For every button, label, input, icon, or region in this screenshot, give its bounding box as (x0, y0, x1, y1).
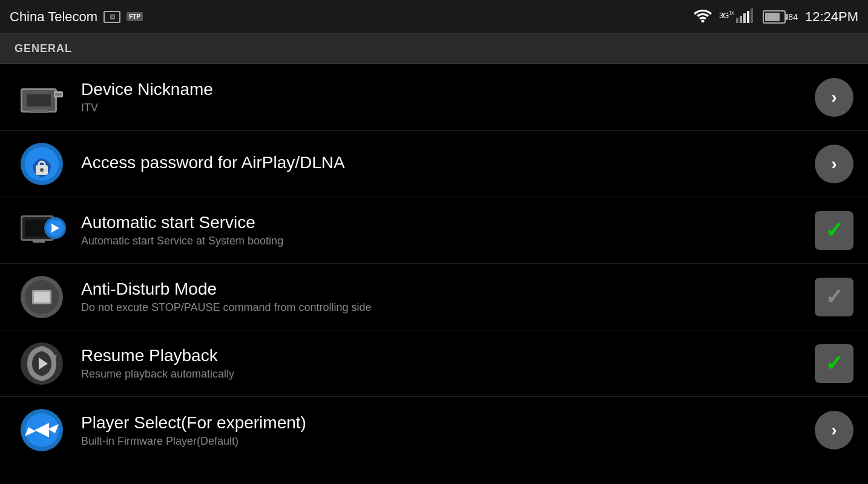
svg-rect-11 (30, 110, 48, 113)
svg-point-18 (40, 168, 44, 172)
svg-point-0 (702, 20, 705, 23)
svg-text:3G: 3G (719, 11, 729, 20)
status-left: China Telecom 🖼 FTP (10, 9, 143, 25)
battery-fill (765, 13, 780, 21)
anti-disturb-checkbox[interactable]: ✓ (815, 278, 853, 316)
battery-indicator: 84 (763, 10, 798, 24)
anti-disturb-text: Anti-Disturb Mode Do not excute STOP/PAU… (81, 280, 815, 314)
auto-start-title: Automatic start Service (81, 213, 815, 232)
svg-rect-5 (743, 13, 746, 23)
svg-rect-3 (736, 18, 738, 23)
checkmark-checked-icon: ✓ (825, 218, 843, 243)
device-nickname-text: Device Nickname ITV (81, 80, 815, 114)
svg-rect-6 (747, 11, 749, 23)
anti-disturb-subtitle: Do not excute STOP/PAUSE command from co… (81, 301, 815, 314)
chevron-right-icon: › (831, 88, 837, 107)
device-nickname-icon (15, 70, 69, 125)
status-right: 3G 1x 84 12:24PM (694, 8, 858, 25)
device-nickname-value: ITV (81, 102, 815, 114)
anti-disturb-icon (15, 270, 69, 324)
settings-list: Device Nickname ITV › Access password fo… (0, 64, 868, 463)
player-select-subtitle: Built-in Firmware Player(Default) (81, 435, 815, 448)
section-label: GENERAL (15, 42, 72, 54)
battery-percent: 84 (788, 12, 798, 22)
auto-start-icon (15, 203, 69, 258)
resume-playback-subtitle: Resume playback automatically (81, 368, 815, 381)
device-nickname-title: Device Nickname (81, 80, 815, 99)
resume-playback-text: Resume Playback Resume playback automati… (81, 346, 815, 381)
player-select-title: Player Select(For experiment) (81, 413, 815, 433)
airplay-password-text: Access password for AirPlay/DLNA (81, 153, 815, 175)
airplay-password-chevron[interactable]: › (815, 145, 853, 183)
player-select-icon (15, 403, 69, 457)
list-item[interactable]: Device Nickname ITV › (0, 64, 868, 131)
signal-3g-icon: 3G 1x (719, 8, 755, 25)
player-select-text: Player Select(For experiment) Built-in F… (81, 413, 815, 448)
airplay-password-title: Access password for AirPlay/DLNA (81, 153, 815, 172)
battery-box (763, 10, 786, 24)
list-item[interactable]: Anti-Disturb Mode Do not excute STOP/PAU… (0, 264, 868, 330)
section-header: GENERAL (0, 34, 868, 64)
list-item[interactable]: Automatic start Service Automatic start … (0, 197, 868, 264)
svg-rect-10 (27, 94, 51, 106)
svg-rect-28 (34, 292, 50, 302)
auto-start-text: Automatic start Service Automatic start … (81, 213, 815, 247)
player-select-chevron[interactable]: › (815, 411, 853, 450)
list-item[interactable]: Player Select(For experiment) Built-in F… (0, 397, 868, 463)
ftp-icon: FTP (127, 12, 143, 21)
list-item[interactable]: Access password for AirPlay/DLNA › (0, 131, 868, 197)
status-bar: China Telecom 🖼 FTP 3G 1x (0, 0, 868, 34)
wifi-icon (694, 8, 712, 25)
svg-rect-13 (55, 93, 62, 96)
carrier-name: China Telecom (10, 9, 97, 25)
resume-playback-title: Resume Playback (81, 346, 815, 365)
gallery-icon: 🖼 (104, 11, 120, 23)
chevron-right-icon: › (831, 154, 837, 174)
chevron-right-icon: › (831, 420, 837, 440)
auto-start-checkbox[interactable]: ✓ (815, 211, 853, 250)
svg-text:1x: 1x (729, 10, 734, 16)
resume-playback-icon (15, 336, 69, 391)
clock: 12:24PM (805, 9, 858, 25)
svg-rect-4 (740, 16, 742, 23)
anti-disturb-title: Anti-Disturb Mode (81, 280, 815, 299)
svg-rect-7 (751, 8, 753, 23)
resume-playback-checkbox[interactable]: ✓ (815, 344, 853, 383)
auto-start-subtitle: Automatic start Service at System bootin… (81, 235, 815, 247)
checkmark-unchecked-icon: ✓ (825, 284, 843, 310)
device-nickname-chevron[interactable]: › (815, 78, 853, 117)
svg-rect-22 (33, 240, 45, 243)
list-item[interactable]: Resume Playback Resume playback automati… (0, 330, 868, 397)
airplay-password-icon (15, 137, 69, 191)
checkmark-checked-icon: ✓ (825, 351, 843, 376)
